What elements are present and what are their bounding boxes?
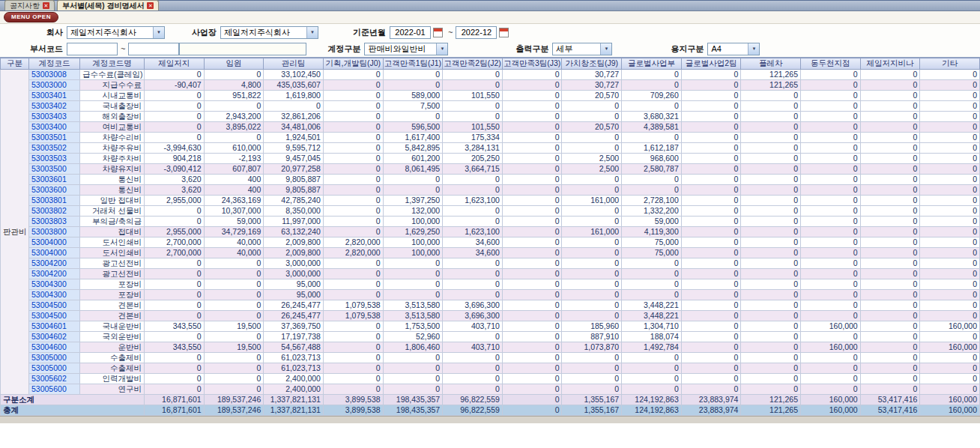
- grid-cell[interactable]: 343,550: [145, 342, 205, 353]
- grid-cell[interactable]: 1,753,500: [383, 321, 443, 332]
- grid-cell[interactable]: 0: [681, 154, 741, 164]
- grid-cell[interactable]: 0: [383, 363, 443, 374]
- grid-cell[interactable]: 0: [502, 91, 562, 101]
- account-code-cell[interactable]: 53005000: [29, 363, 80, 374]
- grid-cell[interactable]: 0: [204, 101, 264, 112]
- grid-cell[interactable]: 1,629,250: [383, 227, 443, 237]
- grid-cell[interactable]: 0: [145, 70, 205, 80]
- grid-cell[interactable]: 1,073,870: [562, 342, 622, 353]
- grid-cell[interactable]: 607,807: [204, 164, 264, 175]
- grid-cell[interactable]: 400: [204, 185, 264, 196]
- grid-cell[interactable]: 0: [323, 279, 383, 290]
- grid-cell[interactable]: 0: [741, 290, 801, 300]
- grid-cell[interactable]: 101,550: [443, 91, 503, 101]
- grid-cell[interactable]: 0: [741, 91, 801, 101]
- account-code-cell[interactable]: 53004000: [29, 237, 80, 248]
- grid-cell[interactable]: 9,457,045: [264, 154, 324, 164]
- grid-cell[interactable]: 0: [562, 217, 622, 227]
- grid-cell[interactable]: 0: [681, 101, 741, 112]
- grid-cell[interactable]: 0: [562, 384, 622, 395]
- grid-cell[interactable]: 0: [920, 290, 980, 300]
- grid-cell[interactable]: 0: [502, 248, 562, 258]
- grid-cell[interactable]: 0: [741, 332, 801, 342]
- grid-cell[interactable]: 0: [622, 374, 682, 384]
- grid-cell[interactable]: 0: [920, 269, 980, 279]
- grid-cell[interactable]: 0: [920, 175, 980, 185]
- grid-cell[interactable]: 0: [443, 332, 503, 342]
- grid-cell[interactable]: 0: [502, 112, 562, 122]
- grid-cell[interactable]: 0: [681, 363, 741, 374]
- account-name-cell[interactable]: 국내운반비: [80, 321, 145, 332]
- close-icon[interactable]: ✕: [147, 2, 154, 9]
- grid-cell[interactable]: 4,119,300: [622, 227, 682, 237]
- grid-cell[interactable]: 5,842,895: [383, 143, 443, 154]
- grid-cell[interactable]: 403,710: [443, 342, 503, 353]
- grid-cell[interactable]: 0: [801, 206, 861, 217]
- grid-cell[interactable]: 160,000: [801, 405, 861, 416]
- account-name-cell[interactable]: 포장비: [80, 279, 145, 290]
- table-row[interactable]: 53004602국외운반비0017,197,738052,96000887,91…: [1, 332, 980, 342]
- grid-cell[interactable]: 160,000: [920, 395, 980, 405]
- grid-cell[interactable]: 0: [801, 112, 861, 122]
- grid-cell[interactable]: 1,806,460: [383, 342, 443, 353]
- account-name-cell[interactable]: 차량주차비: [80, 154, 145, 164]
- grid-cell[interactable]: 0: [323, 185, 383, 196]
- grid-cell[interactable]: 0: [860, 80, 920, 91]
- grid-cell[interactable]: 0: [801, 217, 861, 227]
- grid-cell[interactable]: 0: [443, 258, 503, 269]
- account-name-cell[interactable]: 접대비: [80, 227, 145, 237]
- grid-cell[interactable]: 0: [920, 143, 980, 154]
- grid-cell[interactable]: 0: [860, 279, 920, 290]
- account-code-cell[interactable]: 53003802: [29, 206, 80, 217]
- grid-cell[interactable]: 0: [502, 196, 562, 206]
- grid-cell[interactable]: 0: [741, 321, 801, 332]
- grid-cell[interactable]: 1,337,821,131: [264, 405, 324, 416]
- grid-cell[interactable]: 0: [383, 175, 443, 185]
- tab-notice[interactable]: 공지사항 ✕: [4, 0, 55, 10]
- tab-expense-report[interactable]: 부서별(세목) 경비명세서 ✕: [57, 0, 159, 10]
- close-icon[interactable]: ✕: [43, 2, 49, 9]
- grid-cell[interactable]: 0: [741, 164, 801, 175]
- horizontal-scrollbar[interactable]: [0, 416, 980, 423]
- grid-cell[interactable]: 0: [502, 133, 562, 143]
- grid-cell[interactable]: 10,307,000: [204, 206, 264, 217]
- grid-cell[interactable]: 0: [383, 80, 443, 91]
- calendar-icon[interactable]: [499, 28, 509, 37]
- grid-cell[interactable]: 0: [741, 374, 801, 384]
- account-name-cell[interactable]: 인력개발비: [80, 374, 145, 384]
- grid-cell[interactable]: 8,061,495: [383, 164, 443, 175]
- grid-cell[interactable]: 0: [443, 290, 503, 300]
- grid-cell[interactable]: 0: [681, 311, 741, 321]
- grid-cell[interactable]: -3,994,630: [145, 143, 205, 154]
- grid-cell[interactable]: 0: [443, 112, 503, 122]
- grid-cell[interactable]: 189,537,246: [204, 405, 264, 416]
- grid-cell[interactable]: 160,000: [920, 321, 980, 332]
- grid-cell[interactable]: 0: [622, 101, 682, 112]
- grid-cell[interactable]: 0: [383, 384, 443, 395]
- account-code-cell[interactable]: 53003803: [29, 217, 80, 227]
- grid-cell[interactable]: 0: [264, 101, 324, 112]
- grid-cell[interactable]: 198,435,357: [383, 395, 443, 405]
- table-row[interactable]: 판관비53003008급수수료(클레임)0033,102,450000030,7…: [1, 70, 980, 80]
- grid-cell[interactable]: 0: [443, 269, 503, 279]
- table-row[interactable]: 53004500견본비0026,245,4771,079,5383,513,58…: [1, 311, 980, 321]
- table-row[interactable]: 53004200광고선전비003,000,00000000000000: [1, 258, 980, 269]
- grid-cell[interactable]: 96,822,559: [443, 395, 503, 405]
- grid-cell[interactable]: 0: [920, 217, 980, 227]
- account-name-cell[interactable]: 국내출장비: [80, 101, 145, 112]
- grid-cell[interactable]: 0: [681, 290, 741, 300]
- dept-code-from-input[interactable]: [67, 43, 118, 55]
- grid-cell[interactable]: 1,337,821,131: [264, 395, 324, 405]
- grid-cell[interactable]: 0: [562, 185, 622, 196]
- account-code-cell[interactable]: 53003600: [29, 185, 80, 196]
- account-name-cell[interactable]: 광고선전비: [80, 269, 145, 279]
- grid-cell[interactable]: 0: [860, 206, 920, 217]
- grid-cell[interactable]: 0: [681, 342, 741, 353]
- grid-cell[interactable]: 589,000: [383, 91, 443, 101]
- grid-cell[interactable]: 0: [204, 363, 264, 374]
- grid-cell[interactable]: 0: [562, 311, 622, 321]
- grid-cell[interactable]: 0: [920, 311, 980, 321]
- grid-cell[interactable]: 42,785,240: [264, 196, 324, 206]
- grid-cell[interactable]: 1,924,501: [264, 133, 324, 143]
- grid-cell[interactable]: 0: [323, 332, 383, 342]
